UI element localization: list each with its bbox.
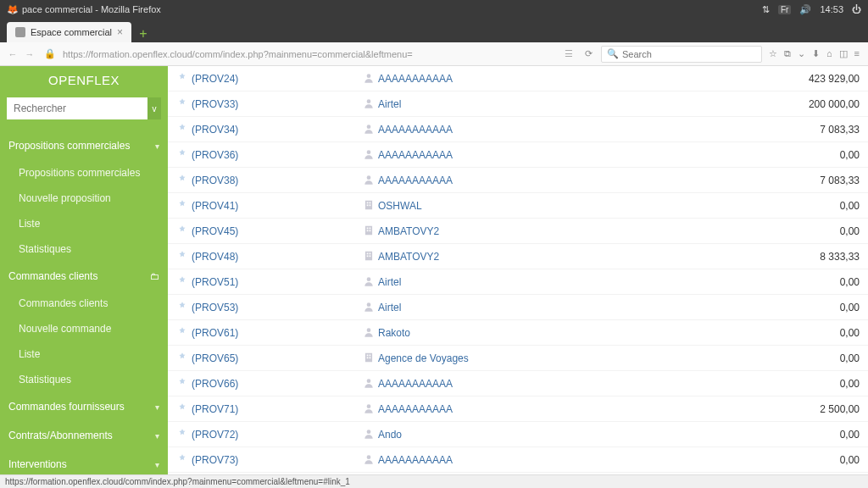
- sidebar-icon[interactable]: ◫: [839, 48, 848, 59]
- order-ref-link[interactable]: (PROV73): [192, 454, 238, 466]
- browser-search[interactable]: 🔍: [601, 46, 762, 63]
- order-ref-link[interactable]: (PROV45): [192, 225, 238, 237]
- download-icon[interactable]: ⬇: [812, 48, 820, 59]
- svg-rect-18: [367, 255, 369, 257]
- sidebar-item[interactable]: Nouvelle commande: [0, 316, 168, 341]
- sidebar-item[interactable]: Propositions commerciales: [0, 160, 168, 186]
- customer-link[interactable]: Airtel: [378, 302, 401, 313]
- sidebar-item[interactable]: Commandes clients: [0, 291, 168, 316]
- order-icon: [176, 72, 188, 84]
- new-tab-button[interactable]: +: [135, 25, 152, 42]
- sidebar-section[interactable]: Propositions commerciales▾: [0, 131, 168, 160]
- order-ref-link[interactable]: (PROV36): [192, 149, 238, 161]
- home-icon[interactable]: ⌂: [826, 48, 832, 59]
- order-icon: [176, 428, 188, 440]
- nav-forward-icon[interactable]: →: [22, 49, 37, 59]
- person-icon: [363, 123, 375, 135]
- lock-icon: 🔒: [41, 48, 59, 59]
- sidebar-item[interactable]: Statistiques: [0, 236, 168, 262]
- tab-strip: Espace commercial × +: [0, 19, 868, 42]
- star-icon[interactable]: ☆: [769, 48, 777, 59]
- close-tab-icon[interactable]: ×: [117, 26, 123, 38]
- nav-back-icon[interactable]: ←: [5, 49, 20, 59]
- person-icon: [363, 428, 375, 440]
- order-ref-link[interactable]: (PROV48): [192, 251, 238, 263]
- sidebar-search-input[interactable]: [7, 97, 147, 119]
- customer-link[interactable]: AAAAAAAAAAA: [378, 175, 453, 186]
- customer-link[interactable]: AAAAAAAAAAA: [378, 124, 453, 136]
- order-ref-link[interactable]: (PROV38): [192, 175, 238, 186]
- customer-link[interactable]: AAAAAAAAAAA: [378, 454, 453, 466]
- table-row: (PROV24)AAAAAAAAAAA423 929,00: [168, 66, 868, 92]
- customer-link[interactable]: OSHWAL: [378, 200, 422, 212]
- order-ref-link[interactable]: (PROV53): [192, 302, 238, 313]
- order-ref-link[interactable]: (PROV24): [192, 73, 238, 85]
- order-ref-link[interactable]: (PROV34): [192, 124, 238, 136]
- window-title: pace commercial - Mozilla Firefox: [22, 4, 161, 14]
- chevron-down-icon: ▾: [155, 402, 159, 412]
- person-icon: [363, 72, 375, 84]
- svg-rect-15: [365, 252, 372, 261]
- customer-link[interactable]: Airtel: [378, 276, 401, 288]
- table-row: (PROV51)Airtel0,00: [168, 269, 868, 295]
- amount-cell: 7 083,33: [775, 117, 868, 142]
- amount-cell: 0,00: [775, 269, 868, 295]
- power-icon[interactable]: ⏻: [852, 4, 861, 14]
- order-ref-link[interactable]: (PROV65): [192, 352, 238, 364]
- customer-link[interactable]: Ando: [378, 429, 402, 441]
- sidebar-section[interactable]: Commandes clients🗀: [0, 262, 168, 291]
- amount-cell: 0,00: [775, 295, 868, 320]
- svg-rect-6: [367, 202, 369, 204]
- reload-icon[interactable]: ⟳: [580, 48, 598, 59]
- svg-point-0: [367, 74, 371, 78]
- network-icon: ⇅: [762, 4, 770, 15]
- order-ref-link[interactable]: (PROV51): [192, 276, 238, 288]
- order-ref-link[interactable]: (PROV33): [192, 98, 238, 110]
- browser-tab[interactable]: Espace commercial ×: [7, 22, 131, 42]
- amount-cell: 2 500,00: [775, 396, 868, 422]
- order-ref-link[interactable]: (PROV41): [192, 200, 238, 212]
- table-row: (PROV38)AAAAAAAAAAA7 083,33: [168, 168, 868, 193]
- order-ref-link[interactable]: (PROV61): [192, 327, 238, 339]
- svg-point-20: [367, 277, 371, 281]
- sidebar-section[interactable]: Interventions▾: [0, 450, 168, 474]
- svg-point-22: [367, 328, 371, 332]
- order-icon: [176, 148, 188, 160]
- pocket-icon[interactable]: ⌄: [798, 48, 805, 59]
- customer-link[interactable]: AAAAAAAAAAA: [378, 378, 453, 390]
- building-icon: [363, 250, 375, 262]
- table-row: (PROV73)AAAAAAAAAAA0,00: [168, 447, 868, 473]
- customer-link[interactable]: AMBATOVY2: [378, 225, 439, 237]
- customer-link[interactable]: AAAAAAAAAAA: [378, 403, 453, 415]
- sidebar-item[interactable]: Statistiques: [0, 367, 168, 392]
- sidebar-item[interactable]: Liste: [0, 341, 168, 367]
- table-row: (PROV76)Agence de Voyages0,00: [168, 473, 868, 475]
- library-icon[interactable]: ⧉: [784, 48, 791, 59]
- sidebar-search-go[interactable]: v: [147, 97, 161, 119]
- table-row: (PROV61)Rakoto0,00: [168, 320, 868, 346]
- table-row: (PROV48)AMBATOVY28 333,33: [168, 244, 868, 269]
- customer-link[interactable]: AAAAAAAAAAA: [378, 149, 453, 161]
- customer-link[interactable]: Airtel: [378, 98, 401, 110]
- customer-link[interactable]: Rakoto: [378, 327, 410, 339]
- sidebar-item[interactable]: Liste: [0, 211, 168, 236]
- svg-rect-27: [370, 357, 371, 358]
- order-ref-link[interactable]: (PROV72): [192, 429, 238, 441]
- reader-mode-icon[interactable]: ☰: [561, 48, 576, 59]
- chevron-down-icon: ▾: [155, 460, 159, 469]
- order-ref-link[interactable]: (PROV71): [192, 403, 238, 415]
- order-ref-link[interactable]: (PROV66): [192, 378, 238, 390]
- svg-rect-16: [367, 253, 369, 255]
- sidebar-item[interactable]: Nouvelle proposition: [0, 186, 168, 211]
- customer-link[interactable]: AMBATOVY2: [378, 251, 439, 263]
- customer-link[interactable]: Agence de Voyages: [378, 352, 469, 364]
- status-bar: https://formation.openflex.cloud/comm/in…: [0, 474, 868, 488]
- browser-search-input[interactable]: [622, 49, 756, 59]
- sidebar-section[interactable]: Commandes fournisseurs▾: [0, 392, 168, 421]
- address-text[interactable]: https://formation.openflex.cloud/comm/in…: [63, 49, 558, 59]
- sidebar-section[interactable]: Contrats/Abonnements▾: [0, 421, 168, 450]
- customer-link[interactable]: AAAAAAAAAAA: [378, 73, 453, 85]
- svg-rect-5: [365, 201, 372, 210]
- order-icon: [176, 275, 188, 287]
- menu-icon[interactable]: ≡: [854, 48, 860, 59]
